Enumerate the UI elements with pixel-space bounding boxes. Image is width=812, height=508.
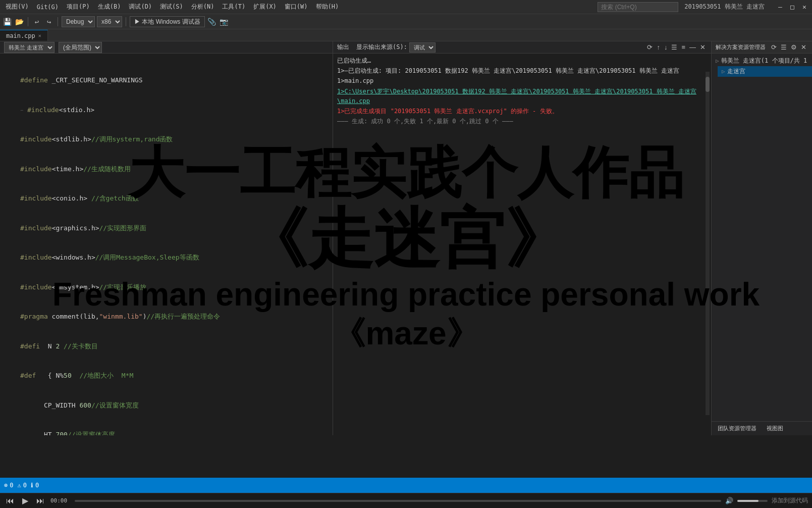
output-line: 1>main.cpp — [337, 76, 707, 86]
attach-icon[interactable]: 📎 — [207, 17, 217, 27]
solution-explorer-header: 解决方案资源管理器 ⟳ ☰ ⚙ ✕ — [712, 41, 812, 54]
output-scrollbar[interactable] — [706, 72, 710, 415]
redo-icon[interactable]: ↪ — [44, 17, 54, 27]
menu-item-analyze[interactable]: 分析(N) — [188, 1, 218, 13]
code-line: #def { N%50 //地图大小 M*M — [0, 371, 333, 381]
code-line: HT_700//设置窗体高度 — [0, 430, 333, 435]
scope-range-dropdown[interactable]: (全局范围) — [59, 42, 102, 53]
menu-item-extensions[interactable]: 扩展(X) — [250, 1, 280, 13]
code-line: #include<mmsystem.h>//实现音乐播放 — [0, 282, 333, 292]
code-line: #include<graphics.h>//实现图形界面 — [0, 223, 333, 233]
sidebar-gear-btn[interactable]: ⚙ — [789, 43, 798, 51]
run-button[interactable]: ▶ 本地 Windows 调试器 — [130, 16, 205, 27]
output-title: 输出 — [337, 43, 349, 52]
media-next-btn[interactable]: ⏭ — [34, 496, 46, 505]
config-dropdown[interactable]: Debug — [62, 16, 95, 27]
tree-item-project[interactable]: ▷ 走迷宫 — [718, 66, 812, 77]
output-panel: 输出 显示输出来源(S): 调试 ⟳ ↑ ↓ ☰ ≡ — ✕ 已启动生成… 1>… — [333, 41, 711, 435]
menu-item-build[interactable]: 生成(B) — [94, 1, 125, 13]
progress-bar[interactable] — [75, 500, 721, 502]
tree-expand-icon-2: ▷ — [722, 68, 725, 75]
output-ctrl-2[interactable]: ↑ — [655, 43, 662, 51]
solution-tree: ▷ 韩美兰 走迷宫(1 个项目/共 1 ▷ 走迷宫 — [712, 54, 812, 421]
bilibili-label: 添加到源代码 — [772, 496, 808, 505]
code-content[interactable]: #define _CRT_SECURE_NO_WARNINGS −#includ… — [0, 54, 333, 435]
camera-icon[interactable]: 📷 — [219, 17, 229, 27]
output-link-line[interactable]: 1>C:\Users\罗宇\Desktop\2019053051 数据192 韩… — [337, 87, 707, 106]
open-icon[interactable]: 📂 — [14, 17, 24, 27]
undo-icon[interactable]: ↩ — [32, 17, 42, 27]
menu-item-git[interactable]: Git(G) — [33, 2, 62, 12]
sidebar-close-btn[interactable]: ✕ — [799, 43, 808, 51]
sidebar-tab-team[interactable]: 团队资源管理器 — [714, 424, 761, 433]
sidebar-filter-btn[interactable]: ☰ — [779, 43, 788, 51]
error-count: 0 — [10, 482, 13, 489]
output-source-select[interactable]: 调试 — [409, 42, 436, 53]
volume-bar[interactable] — [737, 500, 768, 502]
output-ctrl-1[interactable]: ⟳ — [645, 43, 654, 51]
code-line: #define _CRT_SECURE_NO_WARNINGS — [0, 75, 333, 85]
search-input[interactable] — [598, 2, 678, 12]
menu-item-project[interactable]: 项目(P) — [63, 1, 93, 13]
minimize-button[interactable]: — — [775, 2, 786, 13]
output-content: 已启动生成… 1>—已启动生成: 项目: 2019053051 数据192 韩美… — [333, 54, 711, 129]
code-line: CP_WIDTH 600//设置窗体宽度 — [0, 400, 333, 411]
menu-item-debug[interactable]: 调试(D) — [125, 1, 155, 13]
output-line: 已启动生成… — [337, 56, 707, 66]
menu-item-help[interactable]: 帮助(H) — [312, 1, 343, 13]
maximize-button[interactable]: □ — [787, 2, 798, 13]
window-title: 2019053051 韩美兰 走迷宫 — [679, 3, 770, 11]
output-header: 输出 显示输出来源(S): 调试 ⟳ ↑ ↓ ☰ ≡ — ✕ — [333, 41, 711, 54]
sidebar-sync-btn[interactable]: ⟳ — [770, 43, 778, 51]
tab-close-icon[interactable]: ✕ — [38, 33, 41, 38]
toolbar-separator-1 — [28, 17, 28, 26]
output-wrap-btn[interactable]: ≡ — [680, 43, 687, 51]
tree-expand-icon: ▷ — [716, 58, 719, 64]
tree-item-label: 韩美兰 走迷宫(1 个项目/共 1 — [721, 57, 807, 65]
tab-filename: main.cpp — [6, 32, 35, 39]
status-messages: ℹ 0 — [31, 482, 39, 489]
warning-icon: ⚠ — [17, 482, 21, 489]
menu-item-view[interactable]: 视图(V) — [2, 1, 32, 13]
right-sidebar: 解决方案资源管理器 ⟳ ☰ ⚙ ✕ ▷ 韩美兰 走迷宫(1 个项目/共 1 ▷ … — [711, 41, 812, 435]
toolbar: 💾 📂 ↩ ↪ Debug x86 ▶ 本地 Windows 调试器 📎 📷 — [0, 14, 812, 29]
code-editor: 韩美兰 走迷宫 (全局范围) #define _CRT_SECURE_NO_WA… — [0, 41, 333, 435]
output-line: 1>—已启动生成: 项目: 2019053051 数据192 韩美兰 走迷宫\2… — [337, 66, 707, 76]
code-line: #include<time.h>//生成随机数用 — [0, 164, 333, 174]
code-header: 韩美兰 走迷宫 (全局范围) — [0, 41, 333, 54]
output-ctrl-3[interactable]: ↓ — [663, 43, 669, 51]
window-controls: — □ ✕ — [775, 2, 810, 13]
output-scroll-thumb[interactable] — [706, 77, 710, 92]
sidebar-tab-view[interactable]: 视图图 — [763, 424, 787, 433]
save-icon[interactable]: 💾 — [2, 17, 12, 27]
media-play-btn[interactable]: ▶ — [20, 496, 30, 505]
menu-item-test[interactable]: 测试(S) — [156, 1, 187, 13]
code-line: #pragma comment(lib,"winmm.lib")//再执行一遍预… — [0, 312, 333, 322]
function-scope-dropdown[interactable]: 韩美兰 走迷宫 — [4, 42, 55, 53]
code-line: −#include<stdio.h> — [0, 105, 333, 115]
message-count: 0 — [35, 482, 39, 489]
volume-icon: 🔊 — [725, 497, 733, 504]
editor-tab-main[interactable]: main.cpp ✕ — [0, 30, 48, 41]
menu-item-window[interactable]: 窗口(W) — [281, 1, 311, 13]
platform-dropdown[interactable]: x86 — [97, 16, 122, 27]
output-source-label: 显示输出来源(S): — [356, 43, 407, 52]
output-clear-btn[interactable]: ☰ — [670, 43, 679, 51]
close-button[interactable]: ✕ — [799, 2, 810, 13]
toolbar-separator-3 — [126, 17, 126, 26]
solution-explorer-title: 解决方案资源管理器 — [716, 43, 766, 51]
output-minimize-btn[interactable]: — — [688, 43, 697, 51]
menu-item-tools[interactable]: 工具(T) — [219, 1, 249, 13]
message-icon: ℹ — [31, 482, 33, 489]
media-bar: ⏮ ▶ ⏭ 00:00 🔊 添加到源代码 — [0, 493, 812, 508]
tree-item-solution[interactable]: ▷ 韩美兰 走迷宫(1 个项目/共 1 — [712, 56, 812, 66]
warning-count: 0 — [23, 482, 27, 489]
status-warnings: ⚠ 0 — [17, 482, 26, 489]
output-close-btn[interactable]: ✕ — [698, 43, 707, 51]
code-line: #include<windows.h>//调用MessageBox,Sleep等… — [0, 252, 333, 263]
volume-fill — [737, 500, 759, 502]
error-icon: ⊗ — [4, 482, 8, 489]
status-bar: ⊗ 0 ⚠ 0 ℹ 0 — [0, 478, 812, 493]
code-line: #include<conio.h> //含getch函数 — [0, 193, 333, 204]
media-prev-btn[interactable]: ⏮ — [4, 496, 16, 505]
